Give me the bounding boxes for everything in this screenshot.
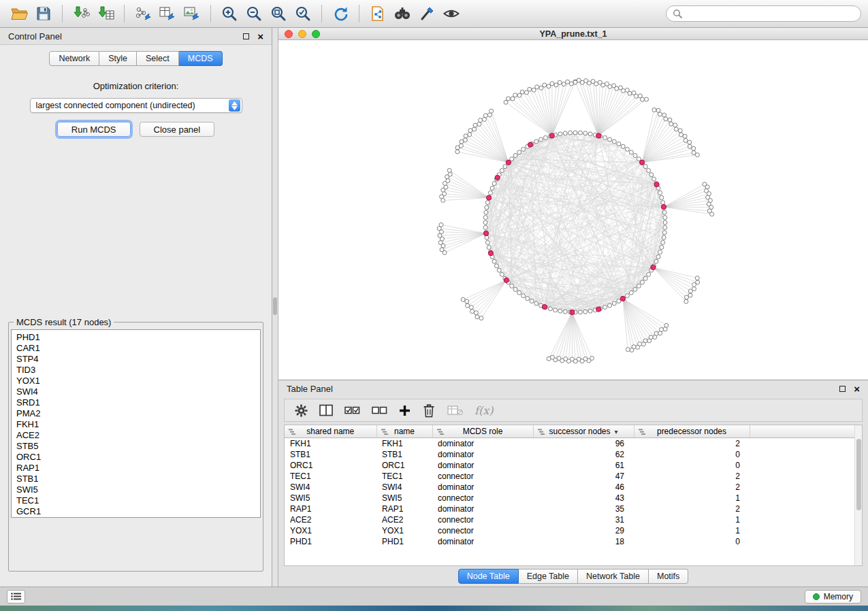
show-details-button[interactable]	[439, 3, 464, 24]
mcds-result-item[interactable]: ACE2	[16, 430, 260, 441]
mcds-result-list[interactable]: PHD1CAR1STP4TID3YOX1SWI4SRD1PMA2FKH1ACE2…	[11, 329, 261, 518]
export-table-button[interactable]	[155, 3, 180, 24]
cell-mcds_role[interactable]: connector	[432, 514, 533, 525]
cell-mcds_role[interactable]: connector	[432, 471, 533, 482]
network-canvas[interactable]	[278, 40, 868, 380]
zoom-in-button[interactable]	[217, 3, 242, 24]
cell-mcds_role[interactable]: dominator	[432, 449, 533, 460]
column-header-predecessor-nodes[interactable]: predecessor nodes	[634, 425, 750, 437]
search-input[interactable]	[686, 9, 854, 18]
panel-splitter[interactable]	[272, 28, 278, 587]
cell-predecessor_nodes[interactable]: 0	[634, 460, 750, 471]
cell-predecessor_nodes[interactable]: 0	[634, 536, 750, 547]
mcds-result-item[interactable]: FKH1	[16, 419, 260, 430]
cell-mcds_role[interactable]: connector	[432, 493, 533, 503]
table-row[interactable]: RAP1RAP1dominator352	[285, 503, 854, 514]
status-menu-button[interactable]	[7, 590, 25, 604]
cell-name[interactable]: SWI4	[376, 482, 432, 493]
mcds-result-item[interactable]: STB1	[16, 474, 260, 484]
cell-successor_nodes[interactable]: 18	[533, 536, 634, 547]
table-row[interactable]: SWI4SWI4dominator462	[285, 482, 854, 493]
table-row[interactable]: ACE2ACE2connector311	[285, 514, 854, 525]
cell-mcds_role[interactable]: dominator	[432, 482, 533, 493]
table-row[interactable]: YOX1YOX1connector291	[285, 525, 854, 536]
zoom-selected-button[interactable]	[291, 3, 315, 24]
minimize-window-button[interactable]	[298, 30, 306, 38]
find-button[interactable]	[390, 3, 415, 24]
cell-shared_name[interactable]: ORC1	[285, 460, 376, 471]
column-header-name[interactable]: name	[376, 425, 432, 437]
cell-shared_name[interactable]: TEC1	[285, 471, 376, 482]
table-row[interactable]: STB1STB1dominator620	[285, 449, 854, 460]
cell-mcds_role[interactable]: dominator	[432, 536, 533, 547]
cell-predecessor_nodes[interactable]: 2	[634, 482, 750, 493]
maximize-window-button[interactable]	[312, 30, 320, 38]
export-image-button[interactable]	[180, 3, 204, 24]
tab-select[interactable]: Select	[137, 51, 179, 66]
run-mcds-button[interactable]: Run MCDS	[57, 122, 131, 137]
cell-successor_nodes[interactable]: 47	[533, 471, 634, 482]
unselect-all-button[interactable]	[372, 405, 387, 416]
cell-name[interactable]: SWI5	[376, 493, 432, 503]
cell-successor_nodes[interactable]: 29	[533, 525, 634, 536]
mcds-result-item[interactable]: PHD1	[16, 332, 260, 343]
function-builder-button[interactable]: f(x)	[475, 404, 493, 417]
cell-successor_nodes[interactable]: 96	[533, 437, 634, 449]
cell-predecessor_nodes[interactable]: 2	[634, 471, 750, 482]
cell-shared_name[interactable]: SWI5	[285, 493, 376, 503]
cell-successor_nodes[interactable]: 31	[533, 514, 634, 525]
export-network-button[interactable]	[131, 3, 155, 24]
tab-network[interactable]: Network	[49, 51, 99, 66]
cell-shared_name[interactable]: RAP1	[285, 503, 376, 514]
mcds-result-item[interactable]: ORC1	[16, 452, 260, 463]
mcds-result-item[interactable]: TEC1	[16, 495, 260, 506]
cell-mcds_role[interactable]: dominator	[432, 503, 533, 514]
cell-name[interactable]: YOX1	[376, 525, 432, 536]
cell-shared_name[interactable]: ACE2	[285, 514, 376, 525]
select-all-button[interactable]	[344, 405, 360, 416]
cell-predecessor_nodes[interactable]: 1	[634, 514, 750, 525]
cell-shared_name[interactable]: FKH1	[285, 437, 376, 449]
cell-successor_nodes[interactable]: 62	[533, 449, 634, 460]
zoom-fit-button[interactable]	[266, 3, 291, 24]
table-row[interactable]: PHD1PHD1dominator180	[285, 536, 854, 547]
close-panel-icon[interactable]: ×	[257, 31, 263, 42]
criterion-dropdown[interactable]: largest connected component (undirected)	[30, 98, 242, 113]
cell-successor_nodes[interactable]: 61	[533, 460, 634, 471]
cell-predecessor_nodes[interactable]: 2	[634, 437, 750, 449]
tab-network-table[interactable]: Network Table	[578, 569, 649, 584]
cell-predecessor_nodes[interactable]: 1	[634, 525, 750, 536]
style-edit-button[interactable]	[415, 3, 439, 24]
mcds-result-item[interactable]: YOX1	[16, 376, 260, 386]
tab-motifs[interactable]: Motifs	[649, 569, 688, 584]
open-file-button[interactable]	[7, 3, 31, 24]
memory-button[interactable]: Memory	[805, 590, 861, 604]
tab-edge-table[interactable]: Edge Table	[519, 569, 578, 584]
cell-successor_nodes[interactable]: 35	[533, 503, 634, 514]
mcds-result-item[interactable]: CAR1	[16, 343, 260, 354]
cell-shared_name[interactable]: STB1	[285, 449, 376, 460]
close-panel-button[interactable]: Close panel	[140, 122, 215, 137]
clear-table-button[interactable]	[447, 405, 463, 416]
mcds-result-item[interactable]: SRD1	[16, 397, 260, 408]
cell-shared_name[interactable]: PHD1	[285, 536, 376, 547]
cell-predecessor_nodes[interactable]: 1	[634, 493, 750, 503]
delete-rows-button[interactable]	[422, 403, 436, 418]
mcds-result-item[interactable]: SWI5	[16, 484, 260, 495]
column-header-successor-nodes[interactable]: successor nodes▾	[533, 425, 634, 437]
close-window-button[interactable]	[285, 30, 293, 38]
refresh-button[interactable]	[328, 3, 353, 24]
table-row[interactable]: FKH1FKH1dominator962	[285, 437, 854, 449]
cell-successor_nodes[interactable]: 46	[533, 482, 634, 493]
cell-predecessor_nodes[interactable]: 2	[634, 503, 750, 514]
cell-shared_name[interactable]: YOX1	[285, 525, 376, 536]
cell-predecessor_nodes[interactable]: 0	[634, 449, 750, 460]
cell-name[interactable]: TEC1	[376, 471, 432, 482]
tab-mcds[interactable]: MCDS	[179, 51, 223, 66]
cell-mcds_role[interactable]: dominator	[432, 437, 533, 449]
cell-mcds_role[interactable]: connector	[432, 525, 533, 536]
cell-successor_nodes[interactable]: 43	[533, 493, 634, 503]
search-box[interactable]	[666, 5, 861, 22]
cell-name[interactable]: STB1	[376, 449, 432, 460]
cell-shared_name[interactable]: SWI4	[285, 482, 376, 493]
